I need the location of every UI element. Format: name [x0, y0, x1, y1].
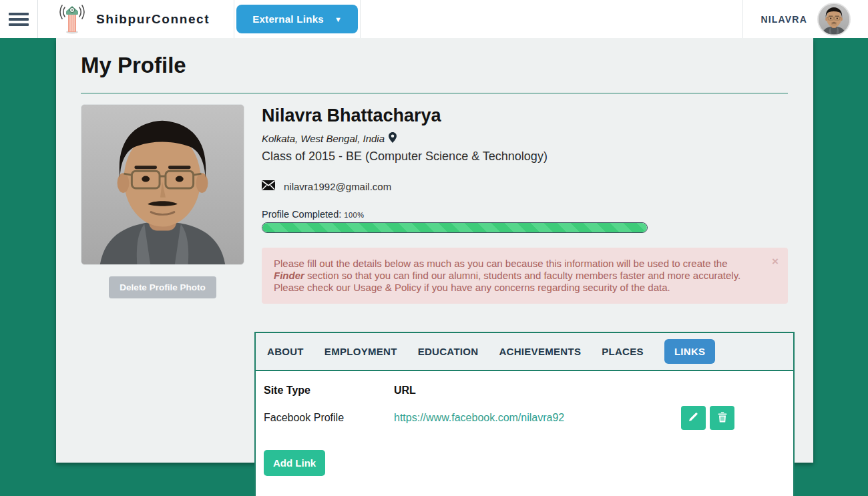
tab-education[interactable]: EDUCATION — [418, 340, 479, 363]
links-tab-content: Site Type URL Facebook Profile https://w… — [256, 371, 793, 496]
external-links-label: External Links — [252, 13, 324, 25]
progress-label-text: Profile Completed: — [262, 209, 341, 220]
link-row-actions — [681, 406, 734, 430]
profile-class-line: Class of 2015 - BE (Computer Science & T… — [262, 150, 788, 164]
username-label: NILAVRA — [761, 14, 807, 25]
column-header-url: URL — [394, 385, 681, 397]
user-menu[interactable]: NILAVRA — [742, 0, 868, 38]
email-icon — [262, 180, 275, 193]
profile-tabs-panel: ABOUT EMPLOYMENT EDUCATION ACHIEVEMENTS … — [254, 332, 795, 496]
alert-highlight: Finder — [274, 270, 304, 281]
shibpurconnect-logo-icon — [57, 2, 87, 37]
progress-label: Profile Completed: 100% — [262, 209, 788, 220]
top-navbar: ShibpurConnect External Links ▼ NILAVRA — [0, 0, 868, 38]
column-header-site-type: Site Type — [264, 385, 394, 397]
tab-employment[interactable]: EMPLOYMENT — [324, 340, 397, 363]
tab-about[interactable]: ABOUT — [267, 340, 304, 363]
email-address[interactable]: nilavra1992@gmail.com — [284, 181, 391, 192]
info-alert: Please fill out the details below as muc… — [262, 248, 788, 304]
pencil-icon — [688, 412, 698, 424]
hamburger-menu-icon[interactable] — [0, 0, 38, 38]
tab-links[interactable]: LINKS — [664, 339, 716, 364]
link-row-site-type: Facebook Profile — [264, 412, 394, 424]
progress-percent: 100% — [344, 211, 364, 219]
alert-text-continued: section so that you can find our alumni,… — [274, 270, 740, 293]
brand[interactable]: ShibpurConnect — [38, 0, 234, 38]
map-pin-icon — [389, 132, 397, 145]
tab-bar: ABOUT EMPLOYMENT EDUCATION ACHIEVEMENTS … — [256, 333, 793, 371]
trash-icon — [718, 412, 727, 425]
chevron-down-icon: ▼ — [335, 15, 342, 23]
tab-places[interactable]: PLACES — [602, 340, 644, 363]
close-icon[interactable]: × — [772, 256, 779, 267]
location-text: Kolkata, West Bengal, India — [262, 133, 385, 144]
profile-progress-bar — [262, 222, 648, 233]
progress-fill — [262, 223, 647, 232]
external-links-button[interactable]: External Links ▼ — [236, 5, 358, 33]
profile-location: Kolkata, West Bengal, India — [262, 132, 788, 145]
delete-profile-photo-button[interactable]: Delete Profile Photo — [109, 276, 216, 298]
page-title: My Profile — [81, 53, 788, 78]
profile-photo — [81, 104, 244, 265]
edit-link-button[interactable] — [681, 406, 706, 430]
divider — [81, 93, 788, 93]
avatar[interactable] — [817, 3, 851, 36]
profile-name: Nilavra Bhattacharya — [262, 105, 788, 126]
tab-achievements[interactable]: ACHIEVEMENTS — [499, 340, 581, 363]
delete-link-button[interactable] — [710, 406, 734, 430]
alert-text: Please fill out the details below as muc… — [274, 258, 728, 269]
profile-card: My Profile Delete Profile Photo Nilavra … — [56, 38, 813, 463]
add-link-button[interactable]: Add Link — [264, 450, 325, 476]
link-row-url[interactable]: https://www.facebook.com/nilavra92 — [394, 412, 681, 424]
brand-name: ShibpurConnect — [96, 12, 210, 27]
